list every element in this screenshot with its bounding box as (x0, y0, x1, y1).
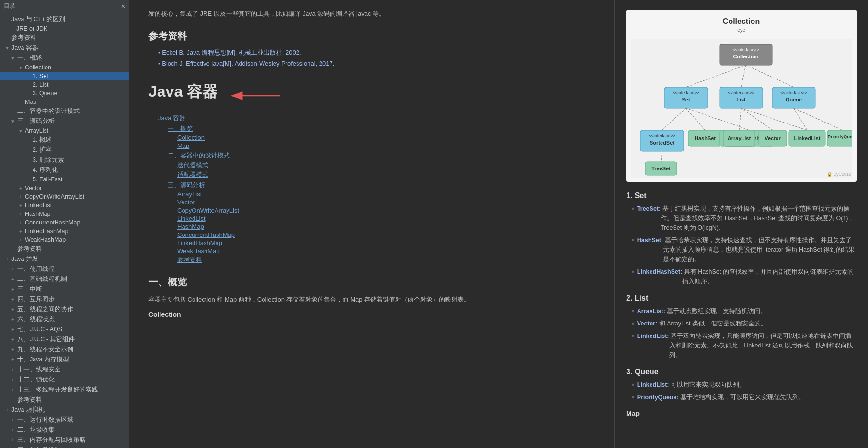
toc-item[interactable]: CopyOnWriteArrayList (177, 207, 595, 214)
sidebar-close[interactable]: × (121, 2, 125, 10)
tree-toggle-hashmap: + (17, 212, 24, 217)
sidebar-item-jre-jdk[interactable]: JRE or JDK (0, 24, 129, 33)
toc-item[interactable]: HashMap (177, 223, 595, 230)
set-bullet: HashSet: 基于哈希表实现，支持快速查找，但不支持有序性操作。并且失去了元… (632, 235, 857, 264)
toc-link[interactable]: Map (177, 142, 189, 149)
toc-link[interactable]: 迭代器模式 (177, 161, 208, 168)
sidebar-item-c4[interactable]: +四、互斥同步 (0, 294, 129, 304)
toc-link[interactable]: 一、概览 (168, 125, 193, 132)
sidebar-item-hashmap[interactable]: +HashMap (0, 210, 129, 218)
tree-toggle-c11: + (10, 367, 16, 372)
toc-link[interactable]: 参考资料 (177, 256, 202, 263)
sidebar-item-c2[interactable]: +二、基础线程机制 (0, 274, 129, 284)
sidebar-label-al-delete: 3. 删除元素 (32, 156, 64, 164)
svg-text:Set: Set (682, 97, 690, 102)
sidebar-item-c5[interactable]: +五、线程之间的协作 (0, 304, 129, 314)
toc-link[interactable]: Collection (177, 134, 205, 141)
sidebar-item-concurrenthashmap[interactable]: +ConcurrentHashMap (0, 218, 129, 227)
toc-link[interactable]: ArrayList (177, 190, 202, 198)
toc-link[interactable]: CopyOnWriteArrayList (177, 207, 239, 214)
sidebar-item-ref2[interactable]: 参考资料 (0, 244, 129, 254)
sidebar-item-c9[interactable]: +九、线程不安全示例 (0, 345, 129, 355)
toc-item[interactable]: 二、容器中的设计模式 (168, 151, 595, 160)
toc-item[interactable]: ArrayList (177, 190, 595, 198)
sidebar-item-c10[interactable]: +十、Java 内存模型 (0, 355, 129, 365)
sidebar-item-v2[interactable]: +二、垃圾收集 (0, 425, 129, 435)
sidebar-item-v1[interactable]: +一、运行时数据区域 (0, 415, 129, 425)
sidebar-label-java-vm: Java 虚拟机 (11, 406, 45, 414)
sidebar-item-v4[interactable]: +四、类加载机制 (0, 445, 129, 448)
toc-link[interactable]: Vector (177, 199, 195, 206)
toc-link[interactable]: LinkedHashMap (177, 239, 222, 246)
sidebar-item-queue-node[interactable]: 3. Queue (0, 89, 129, 98)
sidebar-item-map-node[interactable]: Map (0, 98, 129, 106)
sidebar-item-al-overview[interactable]: 1. 概述 (0, 135, 129, 145)
sidebar-item-c1[interactable]: +一、使用线程 (0, 264, 129, 274)
toc-link[interactable]: HashMap (177, 223, 204, 230)
toc-link[interactable]: ConcurrentHashMap (177, 231, 235, 238)
sidebar-item-c3[interactable]: +三、中断 (0, 284, 129, 294)
toc-link[interactable]: 三、源码分析 (168, 181, 205, 189)
sidebar-item-summary[interactable]: ▼一、概述 (0, 53, 129, 63)
svg-text:TreeSet: TreeSet (651, 166, 671, 171)
sidebar-item-c11[interactable]: +十一、线程安全 (0, 365, 129, 375)
sidebar-item-c13[interactable]: +十三、多线程开发良好的实践 (0, 385, 129, 395)
sidebar-label-ref1: 参考资料 (11, 34, 36, 42)
sidebar-item-design-pattern[interactable]: 二、容器中的设计模式 (0, 106, 129, 116)
sidebar-item-set-node[interactable]: 1. Set (0, 72, 129, 80)
sidebar-item-c8[interactable]: +八、J.U.C - 其它组件 (0, 335, 129, 345)
toc-item[interactable]: 参考资料 (177, 256, 595, 264)
toc-item[interactable]: LinkedHashMap (177, 239, 595, 246)
sidebar-item-arraylist[interactable]: ▼ArrayList (0, 126, 129, 135)
page-title-container: Java 容器 (148, 81, 595, 110)
toc-item[interactable]: LinkedList (177, 215, 595, 222)
toc-link[interactable]: 适配器模式 (177, 171, 208, 178)
sidebar-item-java-container[interactable]: ▼Java 容器 (0, 43, 129, 53)
toc-item[interactable]: Collection (177, 134, 595, 141)
tree-toggle-v3: + (10, 437, 16, 443)
svg-text:<<interface>>: <<interface>> (649, 134, 675, 138)
sidebar-item-al-failfast[interactable]: 5. Fail-Fast (0, 175, 129, 184)
sidebar-item-java-cpp[interactable]: Java 与 C++ 的区别 (0, 14, 129, 24)
toc-item[interactable]: 适配器模式 (177, 170, 595, 179)
svg-text:Vector: Vector (765, 135, 781, 141)
sidebar-item-al-delete[interactable]: 3. 删除元素 (0, 155, 129, 165)
sidebar-item-source-analysis[interactable]: ▼三、源码分析 (0, 116, 129, 126)
sidebar-item-linkedhashmap[interactable]: +LinkedHashMap (0, 227, 129, 235)
toc-item[interactable]: 一、概览 (168, 124, 595, 133)
sidebar-item-java-concurrent[interactable]: +Java 并发 (0, 254, 129, 264)
sidebar-item-v3[interactable]: +三、内存分配与回收策略 (0, 435, 129, 445)
sidebar-item-copyonwrite[interactable]: +CopyOnWriteArrayList (0, 192, 129, 201)
sidebar-item-ref3[interactable]: 参考资料 (0, 395, 129, 405)
toc-item[interactable]: ConcurrentHashMap (177, 231, 595, 238)
sidebar-item-list-node[interactable]: 2. List (0, 80, 129, 89)
sidebar-item-al-expand[interactable]: 2. 扩容 (0, 145, 129, 155)
toc-item[interactable]: Map (177, 142, 595, 149)
sidebar-item-ref1[interactable]: 参考资料 (0, 33, 129, 43)
sidebar-item-java-vm[interactable]: +Java 虚拟机 (0, 405, 129, 415)
sidebar-item-weakhashmap[interactable]: +WeakHashMap (0, 235, 129, 244)
set-bullet: LinkedHashSet: 具有 HashSet 的查找效率，并且内部使用双向… (632, 267, 857, 286)
toc-item[interactable]: 三、源码分析 (168, 181, 595, 190)
tree-toggle-concurrenthashmap: + (17, 220, 24, 225)
sidebar-item-linkedlist[interactable]: +LinkedList (0, 201, 129, 210)
tree-toggle-summary: ▼ (10, 56, 16, 61)
sidebar-label-c4: 四、互斥同步 (16, 295, 55, 303)
sidebar: 目录 × Java 与 C++ 的区别JRE or JDK参考资料▼Java 容… (0, 0, 129, 448)
sidebar-item-vector[interactable]: +Vector (0, 184, 129, 192)
sidebar-label-linkedlist: LinkedList (24, 202, 52, 209)
toc-link[interactable]: WeakHashMap (177, 247, 220, 255)
toc-link[interactable]: LinkedList (177, 215, 206, 222)
toc-item[interactable]: 迭代器模式 (177, 161, 595, 169)
toc-item[interactable]: WeakHashMap (177, 247, 595, 255)
sidebar-item-c6[interactable]: +六、线程状态 (0, 314, 129, 325)
toc-item[interactable]: Vector (177, 199, 595, 206)
toc-item[interactable]: Java 容器 (158, 114, 595, 123)
toc-link[interactable]: 二、容器中的设计模式 (168, 152, 230, 159)
svg-text:Collection: Collection (733, 54, 758, 59)
sidebar-item-c7[interactable]: +七、J.U.C - AQS (0, 325, 129, 335)
sidebar-item-c12[interactable]: +十二、锁优化 (0, 375, 129, 385)
sidebar-item-al-serial[interactable]: 4. 序列化 (0, 165, 129, 175)
toc-link[interactable]: Java 容器 (158, 114, 185, 122)
sidebar-item-collection-node[interactable]: ▼Collection (0, 63, 129, 72)
